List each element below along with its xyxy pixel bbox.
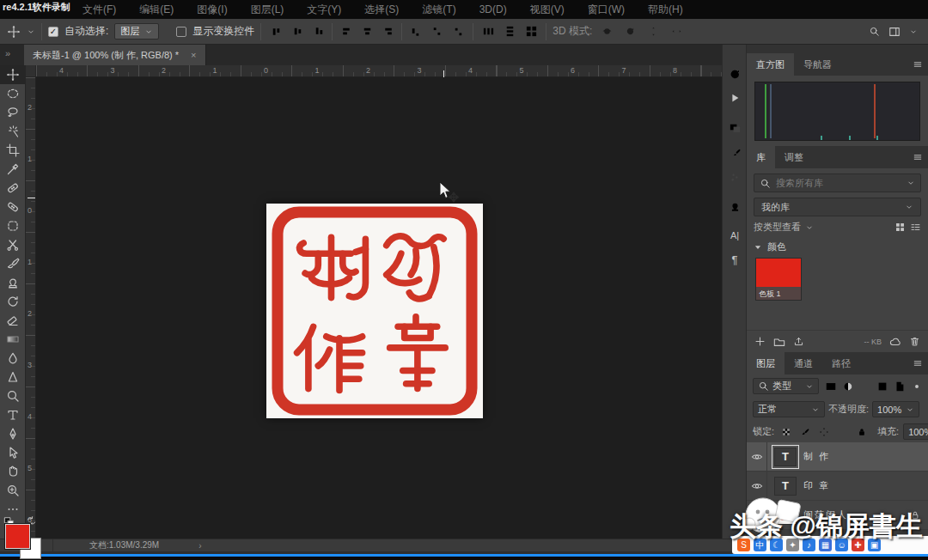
chevron-down-icon[interactable] <box>805 223 814 232</box>
filter-toggle-icon[interactable] <box>912 381 922 392</box>
share-icon[interactable] <box>793 336 804 347</box>
library-menu-icon[interactable] <box>913 152 923 162</box>
tool-preset-chevron-icon[interactable] <box>27 27 35 36</box>
history-brush-tool[interactable] <box>0 292 26 311</box>
align-top-icon[interactable] <box>267 23 284 40</box>
menu-item-图像(I)[interactable]: 图像(I) <box>197 0 227 19</box>
library-search-input[interactable]: 搜索所有库 <box>754 173 921 192</box>
status-expander-icon[interactable]: › <box>159 541 201 551</box>
dock-paragraph-icon[interactable]: ¶ <box>723 249 746 270</box>
lasso-tool[interactable] <box>0 103 26 122</box>
lock-checker-icon[interactable] <box>778 424 794 440</box>
dock-actions-icon[interactable] <box>723 88 746 108</box>
dock-brush-settings-icon[interactable] <box>723 143 746 163</box>
workspace-switcher-icon[interactable] <box>888 26 901 38</box>
show-transform-checkbox[interactable] <box>176 27 186 37</box>
cloud-sync-icon[interactable] <box>889 336 901 348</box>
brush-tool[interactable] <box>0 254 26 273</box>
menu-item-文件(F)[interactable]: 文件(F) <box>82 0 116 19</box>
align-vcenter-icon[interactable] <box>289 23 306 40</box>
fill-dropdown[interactable]: 100% <box>903 423 928 440</box>
canvas[interactable] <box>36 77 722 539</box>
marquee-tool[interactable] <box>0 84 26 103</box>
library-select-dropdown[interactable]: 我的库 <box>754 198 921 216</box>
histogram-menu-icon[interactable] <box>913 59 923 70</box>
menu-item-图层(L)[interactable]: 图层(L) <box>251 0 284 19</box>
zoom-tool[interactable] <box>0 481 26 500</box>
foreground-color-swatch[interactable] <box>5 524 30 549</box>
menu-item-滤镜(T)[interactable]: 滤镜(T) <box>422 0 455 19</box>
layers-menu-icon[interactable] <box>913 358 923 368</box>
lock-lock-icon[interactable] <box>854 424 870 440</box>
pen-tool[interactable] <box>0 424 26 443</box>
layer-row[interactable]: T制 作 <box>747 442 928 472</box>
document-tab[interactable]: 未标题-1 @ 100% (制 作, RGB/8) * × <box>24 45 206 65</box>
dist-h-icon[interactable] <box>479 23 497 40</box>
ruler-origin[interactable] <box>26 65 36 77</box>
lock-movesm-icon[interactable] <box>816 424 832 440</box>
layers-tab-图层[interactable]: 图层 <box>747 352 785 374</box>
colors-section-header[interactable]: 颜色 <box>754 240 921 253</box>
new-group-icon[interactable] <box>773 336 785 348</box>
dist-bottom-icon[interactable] <box>449 23 467 40</box>
blend-mode-dropdown[interactable]: 正常 <box>753 401 825 417</box>
type-filter-filter-icon[interactable] <box>858 379 873 394</box>
dodge-tool[interactable] <box>0 387 26 405</box>
document-canvas[interactable] <box>266 204 483 418</box>
library-tab-库[interactable]: 库 <box>747 146 775 168</box>
dock-character-icon[interactable]: A| <box>723 225 746 246</box>
dock-tool-presets-icon[interactable] <box>723 167 746 187</box>
dist-vcenter-icon[interactable] <box>428 23 445 40</box>
sharpen-tool[interactable] <box>0 368 26 387</box>
view-by-label[interactable]: 按类型查看 <box>754 221 801 234</box>
layers-tab-路径[interactable]: 路径 <box>822 352 860 374</box>
smart-filter-icon[interactable] <box>892 379 907 394</box>
filter-type-dropdown[interactable]: 类型 <box>753 378 819 394</box>
image-filter-icon[interactable] <box>823 379 839 394</box>
dist-top-icon[interactable] <box>406 23 424 40</box>
library-tab-调整[interactable]: 调整 <box>775 146 813 168</box>
grid-view-icon[interactable] <box>894 222 906 233</box>
align-left-icon[interactable] <box>337 23 354 40</box>
clone-stamp-tool[interactable] <box>0 273 26 292</box>
menu-item-窗口(W)[interactable]: 窗口(W) <box>588 0 625 19</box>
eyedropper-tool[interactable] <box>0 160 26 179</box>
menu-item-文字(Y)[interactable]: 文字(Y) <box>307 0 341 19</box>
dock-clone-source-icon[interactable] <box>723 117 746 137</box>
menu-item-视图(V)[interactable]: 视图(V) <box>530 0 565 19</box>
menu-item-选择(S)[interactable]: 选择(S) <box>364 0 399 19</box>
heal-tool[interactable] <box>0 198 26 216</box>
search-icon[interactable] <box>869 26 880 37</box>
3d-orbit-icon[interactable] <box>598 23 615 40</box>
3d-slide-icon[interactable] <box>668 23 685 40</box>
move-tool[interactable] <box>0 65 26 84</box>
layer-visibility-toggle[interactable] <box>747 442 767 472</box>
menu-item-3D(D)[interactable]: 3D(D) <box>479 0 507 19</box>
gradient-tool[interactable] <box>0 330 26 349</box>
layer-thumbnail[interactable]: T <box>774 447 797 466</box>
align-bottom-icon[interactable] <box>310 23 327 40</box>
dock-stamp-icon[interactable] <box>723 196 746 216</box>
menu-item-帮助(H)[interactable]: 帮助(H) <box>648 0 683 19</box>
crop-tool[interactable] <box>0 141 26 160</box>
panel-collapse-icon[interactable]: » <box>5 48 10 58</box>
move-tool-icon[interactable] <box>7 25 21 39</box>
quick-select-tool[interactable] <box>0 122 26 141</box>
align-hcenter-icon[interactable] <box>358 23 375 40</box>
add-item-icon[interactable] <box>754 336 766 347</box>
histogram-tab-直方图[interactable]: 直方图 <box>747 53 794 76</box>
type-tool[interactable] <box>0 405 26 424</box>
3d-roll-icon[interactable] <box>621 23 638 40</box>
3d-pan-icon[interactable] <box>644 23 662 40</box>
dist-v-icon[interactable] <box>501 23 518 40</box>
path-select-tool[interactable] <box>0 443 26 462</box>
opacity-dropdown[interactable]: 100% <box>872 401 919 417</box>
dock-history-icon[interactable] <box>723 64 746 84</box>
lock-brushsm-icon[interactable] <box>797 424 813 440</box>
blur-tool[interactable] <box>0 349 26 368</box>
delete-icon[interactable] <box>909 336 920 347</box>
3d-scale-icon[interactable] <box>691 23 708 40</box>
lock-frame-icon[interactable] <box>835 424 851 440</box>
eraser-tool[interactable] <box>0 311 26 330</box>
chevron-down-icon[interactable] <box>909 27 918 36</box>
